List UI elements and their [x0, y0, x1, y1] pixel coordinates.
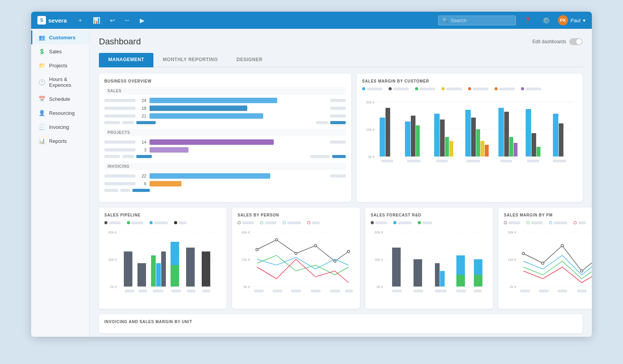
stub: [422, 222, 432, 224]
bar-row-i2: 6: [104, 181, 346, 186]
svg-rect-90: [414, 290, 423, 292]
legend-item: [549, 221, 567, 224]
history-button[interactable]: ↩: [107, 15, 117, 26]
svg-point-102: [561, 244, 563, 247]
play-button[interactable]: ▶: [137, 15, 147, 26]
legend-item: [174, 221, 187, 224]
legend-stub-1: [367, 88, 382, 90]
svg-text:0k €: 0k €: [368, 155, 375, 159]
bar-stub: [104, 114, 136, 118]
search-input[interactable]: [451, 18, 512, 23]
row-1: BUSINESS OVERVIEW SALES 24: [99, 74, 583, 202]
business-overview-title: BUSINESS OVERVIEW: [104, 79, 346, 83]
stub: [122, 121, 134, 124]
svg-rect-24: [526, 109, 531, 157]
sidebar-label-projects: Projects: [49, 63, 67, 69]
chart-button[interactable]: 📊: [90, 15, 103, 26]
svg-text:0k €: 0k €: [510, 285, 516, 289]
sidebar-label-resourcing: Resourcing: [49, 110, 75, 116]
svg-rect-25: [531, 133, 536, 157]
sidebar-item-schedule[interactable]: 📅 Schedule: [31, 92, 89, 106]
sidebar-item-customers[interactable]: 👥 Customers: [31, 30, 89, 44]
stub: [578, 222, 586, 224]
search-box[interactable]: 🔍: [438, 16, 516, 25]
chevron-down-icon: ▾: [583, 18, 586, 23]
stub: [316, 121, 328, 124]
svg-rect-48: [171, 265, 179, 287]
dot: [283, 221, 286, 224]
dot: [504, 221, 507, 224]
panel-invoicing-unit: INVOICING AND SALES MARGIN BY UNIT: [99, 314, 583, 333]
svg-text:15k €: 15k €: [241, 258, 250, 262]
svg-rect-35: [553, 160, 566, 162]
tab-monthly-reporting[interactable]: MONTHLY REPORTING: [153, 53, 227, 67]
bar-fill: [150, 173, 270, 179]
svg-text:60k €: 60k €: [375, 230, 383, 234]
edit-dashboards-control: Edit dashboards: [532, 38, 583, 45]
svg-rect-7: [385, 108, 390, 157]
stub: [109, 222, 121, 224]
svg-point-65: [295, 252, 297, 255]
svg-rect-69: [254, 290, 264, 292]
svg-rect-30: [407, 160, 421, 162]
bar-container: [150, 147, 327, 153]
svg-point-64: [275, 239, 278, 241]
user-menu[interactable]: PK Paul ▾: [558, 15, 586, 25]
stub: [242, 222, 254, 224]
svg-rect-17: [476, 129, 480, 157]
svg-rect-6: [380, 118, 385, 157]
sidebar-item-invoicing[interactable]: 🧾 Invoicing: [31, 120, 89, 134]
settings-button[interactable]: ⚙️: [539, 15, 553, 26]
edit-dashboards-label: Edit dashboards: [532, 39, 566, 44]
dot: [150, 221, 153, 224]
tab-designer[interactable]: DESIGNER: [227, 53, 272, 67]
stub: [554, 222, 567, 224]
link-button[interactable]: ↔: [122, 15, 133, 25]
bar-row-p2: 3: [104, 147, 346, 153]
svg-rect-19: [485, 145, 489, 157]
dot: [418, 221, 421, 224]
legend-item: [526, 221, 543, 224]
add-button[interactable]: ＋: [75, 15, 86, 26]
avatar: PK: [558, 15, 568, 25]
footer-stubs: [104, 155, 346, 158]
schedule-icon: 📅: [39, 96, 45, 102]
legend-dot-7: [521, 87, 524, 90]
legend-dot-2: [389, 87, 392, 90]
sidebar-label-sales: Sales: [49, 49, 62, 55]
bar-row-2: 18: [104, 106, 346, 111]
sidebar-item-reports[interactable]: 📊 Reports: [31, 134, 89, 148]
tab-management[interactable]: MANAGEMENT: [99, 53, 153, 67]
sidebar-label-schedule: Schedule: [49, 96, 70, 102]
svg-rect-54: [171, 290, 181, 292]
svg-rect-50: [202, 251, 210, 287]
dot: [307, 221, 310, 224]
svg-rect-33: [500, 160, 512, 162]
stub-blue: [330, 121, 346, 124]
sidebar-item-resourcing[interactable]: 👤 Resourcing: [31, 106, 89, 120]
svg-rect-55: [187, 290, 195, 292]
sidebar-item-projects[interactable]: 📁 Projects: [31, 58, 89, 72]
stub-blue: [332, 155, 346, 158]
sales-forecast-title: SALES FORECAST R&D: [371, 213, 487, 217]
bar-stub: [104, 182, 136, 185]
dot: [574, 221, 577, 224]
resourcing-icon: 👤: [39, 110, 45, 116]
svg-rect-44: [151, 255, 156, 287]
legend-stub-2: [393, 88, 409, 90]
legend-item-5: [468, 87, 488, 90]
sales-label: SALES: [104, 87, 346, 95]
edit-dashboards-toggle[interactable]: [569, 38, 583, 45]
bar-num: 6: [139, 181, 146, 186]
sidebar-item-hours[interactable]: 🕐 Hours & Expences: [31, 72, 89, 92]
help-button[interactable]: ❓: [521, 15, 535, 26]
dot: [260, 221, 263, 224]
svg-rect-46: [161, 251, 166, 287]
svg-rect-52: [139, 290, 147, 292]
search-icon: 🔍: [442, 18, 448, 23]
svg-rect-82: [414, 259, 422, 287]
sidebar-item-sales[interactable]: 💲 Sales: [31, 44, 89, 58]
svg-text:0k €: 0k €: [377, 285, 383, 289]
svg-point-67: [334, 260, 336, 262]
bar-num: 24: [139, 98, 146, 103]
